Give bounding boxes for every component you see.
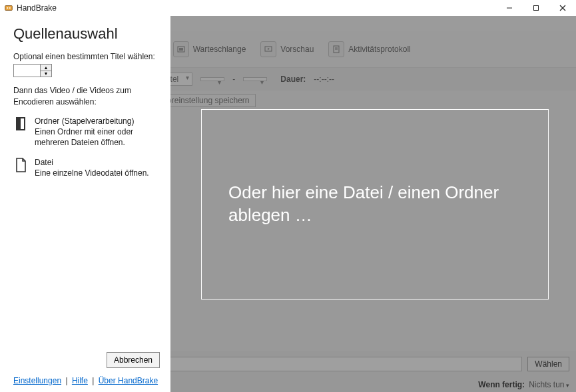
source-selection-panel: Quellenauswahl Optional einen bestimmten… (0, 16, 170, 392)
window-minimize-button[interactable] (496, 0, 523, 16)
help-link[interactable]: Hilfe (72, 376, 88, 385)
title-spinner[interactable]: ▲ ▼ (13, 64, 52, 77)
spinner-up-button[interactable]: ▲ (41, 65, 51, 71)
range-start-select[interactable] (200, 77, 224, 81)
drop-zone[interactable]: Oder hier eine Datei / einen Ordner able… (201, 109, 549, 299)
title-spinner-input[interactable] (13, 64, 40, 77)
toolbar-queue-button[interactable]: Warteschlange (169, 39, 250, 60)
select-source-label: Dann das Video / die Videos zum Encodier… (13, 85, 160, 108)
about-link[interactable]: Über HandBrake (99, 376, 158, 385)
app-logo-icon (4, 3, 13, 13)
title-bar: HandBrake (0, 0, 576, 16)
activity-icon (328, 41, 344, 57)
title-select-label: Optional einen bestimmten Titel wählen: (13, 52, 160, 61)
drop-zone-text: Oder hier eine Datei / einen Ordner able… (202, 182, 548, 227)
spinner-down-button[interactable]: ▼ (41, 71, 51, 77)
range-end-select[interactable] (243, 77, 267, 81)
svg-rect-18 (17, 118, 21, 129)
folder-icon (13, 116, 28, 133)
window-maximize-button[interactable] (523, 0, 549, 16)
toolbar-activity-button[interactable]: Aktivitätsprotokoll (324, 39, 414, 60)
svg-point-2 (9, 7, 11, 9)
when-done-label: Wenn fertig: (478, 380, 525, 389)
when-done-select[interactable]: Nichts tun ▾ (529, 380, 569, 389)
duration-value: --:--:-- (314, 75, 334, 84)
source-option-file[interactable]: Datei Eine einzelne Videodatei öffnen. (13, 157, 160, 178)
panel-links: Einstellungen | Hilfe | Über HandBrake (13, 376, 160, 385)
svg-rect-0 (5, 6, 13, 11)
svg-rect-10 (179, 48, 183, 51)
file-option-title: Datei (35, 157, 149, 168)
duration-label: Dauer: (280, 75, 306, 84)
window-title: HandBrake (17, 3, 496, 13)
cancel-button[interactable]: Abbrechen (107, 352, 160, 368)
preview-icon (260, 41, 276, 57)
folder-option-title: Ordner (Stapelverarbeitung) (35, 116, 160, 126)
window-close-button[interactable] (549, 0, 576, 16)
panel-heading: Quellenauswahl (13, 25, 160, 43)
toolbar-preview-button[interactable]: Vorschau (256, 39, 318, 60)
settings-link[interactable]: Einstellungen (13, 376, 61, 385)
file-icon (13, 157, 28, 174)
svg-point-1 (7, 7, 8, 9)
svg-rect-4 (534, 6, 539, 11)
folder-option-desc: Einen Ordner mit einer oder mehreren Dat… (35, 127, 133, 147)
source-option-folder[interactable]: Ordner (Stapelverarbeitung) Einen Ordner… (13, 116, 160, 148)
queue-icon (173, 41, 189, 57)
browse-button[interactable]: Wählen (527, 357, 569, 371)
svg-marker-12 (268, 48, 270, 50)
file-option-desc: Eine einzelne Videodatei öffnen. (35, 168, 149, 178)
